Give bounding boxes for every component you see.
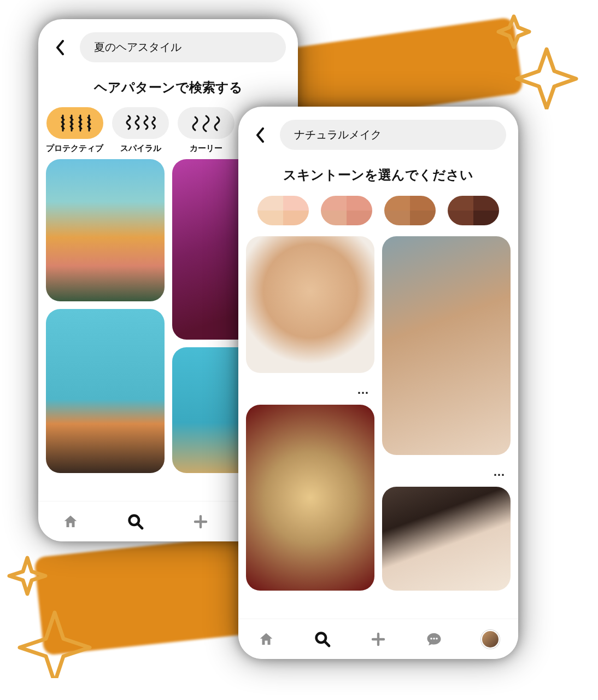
bottom-nav [238,619,518,659]
hair-chip-label: スパイラル [120,143,161,154]
chat-icon [426,631,442,648]
svg-line-6 [325,641,329,645]
hair-chip-curly[interactable]: カーリー [178,107,234,154]
svg-point-9 [436,638,438,640]
search-icon [127,513,144,530]
avatar-icon [481,630,500,649]
svg-line-1 [138,524,142,528]
nav-create[interactable] [189,510,213,534]
header: ナチュラルメイク [238,107,518,156]
search-input[interactable]: 夏のヘアスタイル [80,32,286,62]
curly-icon [190,114,222,132]
pin-image[interactable] [46,309,165,473]
skintone-row [238,191,518,236]
pin-image[interactable] [46,159,165,301]
nav-search[interactable] [124,510,148,534]
pin-image[interactable] [246,405,374,591]
plus-icon [192,514,209,530]
hair-chip-label: カーリー [190,143,222,154]
nav-search[interactable] [310,627,335,651]
back-button[interactable] [250,125,270,145]
pin-image[interactable] [246,236,374,373]
nav-create[interactable] [366,627,390,651]
braids-icon [57,113,92,133]
nav-home[interactable] [58,510,83,534]
header: 夏のヘアスタイル [38,19,298,69]
back-button[interactable] [50,38,70,57]
chevron-left-icon [255,127,265,143]
spiral-icon [124,114,157,132]
pin-image[interactable] [382,487,511,591]
svg-point-7 [431,638,433,640]
nav-chat[interactable] [422,627,446,651]
hair-chip-protective[interactable]: プロテクティブ [46,107,103,154]
skintone-swatch-4[interactable] [448,196,499,225]
phone-makeup-search: ナチュラルメイク スキントーンを選んでください … … [238,107,518,659]
skintone-section-title: スキントーンを選んでください [238,166,518,184]
skintone-swatch-2[interactable] [321,196,372,225]
svg-point-8 [433,638,436,640]
pin-image[interactable] [382,236,511,455]
search-input[interactable]: ナチュラルメイク [280,120,506,150]
pin-more-button[interactable]: … [382,463,511,479]
hair-chip-label: プロテクティブ [46,143,103,154]
chevron-left-icon [55,40,65,55]
plus-icon [370,631,386,648]
search-icon [314,631,331,648]
makeup-results-grid: … … [238,236,518,619]
hair-section-title: ヘアパターンで検索する [38,79,298,96]
nav-home[interactable] [254,627,278,651]
skintone-swatch-1[interactable] [257,196,309,225]
hair-chip-spiral[interactable]: スパイラル [112,107,169,154]
home-icon [258,631,274,648]
nav-profile[interactable] [478,627,502,651]
skintone-swatch-3[interactable] [384,196,436,225]
home-icon [62,514,79,530]
pin-more-button[interactable]: … [246,381,374,397]
